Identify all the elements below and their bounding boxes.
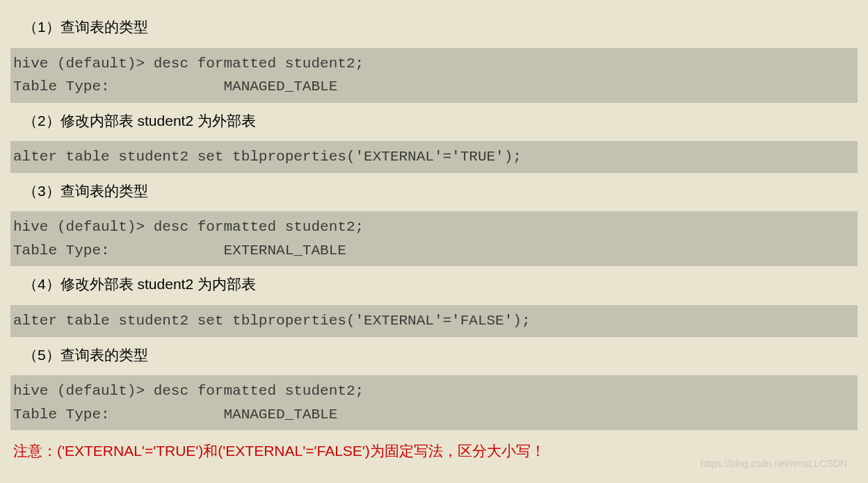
step-5-code: hive (default)> desc formatted student2;… [10, 375, 858, 430]
watermark-text: https://blog.csdn.net/nmsLLCSDN [700, 458, 847, 469]
step-3-code: hive (default)> desc formatted student2;… [10, 211, 858, 266]
content-container: （1）查询表的类型 hive (default)> desc formatted… [10, 10, 858, 465]
step-3-label: （3）查询表的类型 [10, 174, 858, 211]
step-5-label: （5）查询表的类型 [10, 338, 858, 375]
step-2-label: （2）修改内部表 student2 为外部表 [10, 104, 858, 140]
step-4-code: alter table student2 set tblproperties('… [10, 305, 858, 337]
step-2-code: alter table student2 set tblproperties('… [10, 141, 858, 173]
step-1-code: hive (default)> desc formatted student2;… [10, 48, 858, 103]
step-1-label: （1）查询表的类型 [10, 10, 858, 47]
step-4-label: （4）修改外部表 student2 为内部表 [10, 268, 858, 304]
